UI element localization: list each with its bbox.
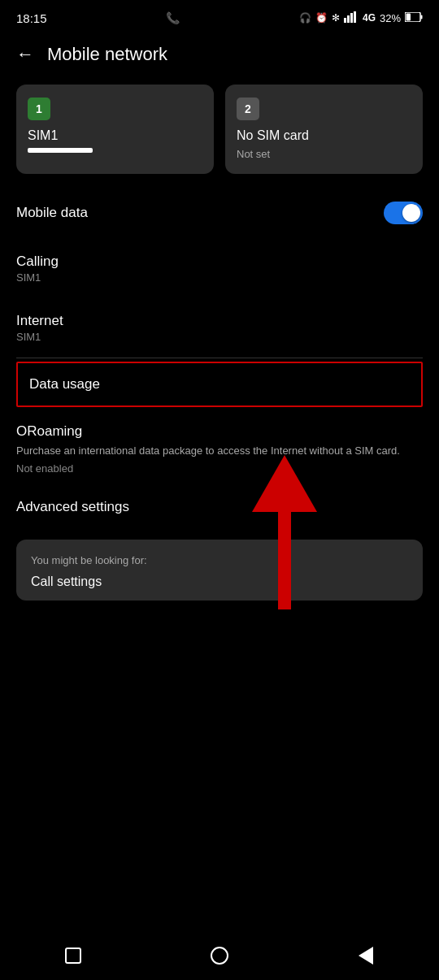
calling-sublabel: SIM1 [16,271,59,284]
sim1-name: SIM1 [28,128,202,143]
home-button[interactable] [195,939,244,972]
circle-icon [211,947,228,965]
sim-cards-container: 1 SIM1 2 No SIM card Not set [0,76,439,187]
advanced-settings-label: Advanced settings [16,499,129,514]
advanced-settings-row[interactable]: Advanced settings [0,484,439,530]
mobile-data-toggle[interactable] [384,202,423,224]
suggestion-heading: You might be looking for: [31,554,408,566]
4g-icon: 4G [363,12,376,24]
internet-label-group: Internet SIM1 [16,313,63,343]
status-icons: 🎧 ⏰ ✻ 4G 32% [299,11,423,25]
phone-icon: 📞 [166,11,180,24]
calling-row[interactable]: Calling SIM1 [0,239,439,298]
svg-rect-6 [406,13,411,20]
sim1-bar [28,148,93,153]
suggestion-box: You might be looking for: Call settings [16,540,423,601]
svg-rect-0 [344,18,346,23]
header: ← Mobile network [0,33,439,76]
mobile-data-label-group: Mobile data [16,205,88,221]
back-triangle-icon [359,947,373,965]
svg-rect-5 [421,15,423,19]
call-settings-link[interactable]: Call settings [31,575,408,589]
sim2-status: Not set [237,148,411,160]
sim1-card[interactable]: 1 SIM1 [16,85,214,174]
data-usage-row[interactable]: Data usage [16,362,423,407]
battery-text: 32% [380,12,401,24]
mobile-data-label: Mobile data [16,205,88,221]
svg-rect-2 [350,13,353,23]
oroaming-row[interactable]: ORoaming Purchase an international data … [0,410,439,484]
nav-bar [0,934,439,980]
signal-icon [344,11,359,25]
headphone-icon: 🎧 [299,12,311,24]
internet-label: Internet [16,313,63,329]
calling-label-group: Calling SIM1 [16,254,59,284]
status-time: 18:15 [16,11,47,25]
back-button-nav[interactable] [341,939,390,972]
status-bar: 18:15 📞 🎧 ⏰ ✻ 4G 32% [0,0,439,33]
battery-icon [405,12,423,24]
square-icon [65,947,81,964]
internet-sublabel: SIM1 [16,331,63,343]
svg-rect-1 [347,15,350,23]
sim2-card[interactable]: 2 No SIM card Not set [225,85,423,174]
sim1-badge: 1 [28,98,50,120]
back-button[interactable]: ← [16,44,34,65]
alarm-icon: ⏰ [315,12,328,24]
mobile-data-row[interactable]: Mobile data [0,187,439,239]
recent-apps-button[interactable] [49,939,98,972]
data-usage-label: Data usage [29,376,100,392]
oroaming-status: Not enabled [16,462,423,475]
oroaming-title: ORoaming [16,423,423,440]
internet-row[interactable]: Internet SIM1 [0,298,439,358]
sim2-name: No SIM card [237,128,411,143]
sim2-badge: 2 [237,98,259,120]
divider-1 [16,358,423,358]
calling-label: Calling [16,254,59,270]
bluetooth-icon: ✻ [332,12,340,24]
oroaming-description: Purchase an international data package t… [16,443,423,459]
page-title: Mobile network [47,44,167,65]
svg-rect-3 [354,11,356,23]
